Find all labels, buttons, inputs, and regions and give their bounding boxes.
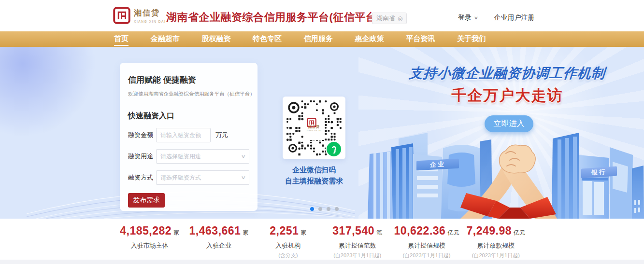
- stat-value: 7,249.98: [467, 224, 512, 237]
- stat-value-row: 7,249.98 亿元: [461, 224, 530, 237]
- nav-item-label: 特色专区: [253, 32, 282, 45]
- stat-value: 317,540: [332, 224, 374, 237]
- wecom-icon: [326, 141, 342, 157]
- stat-unit: 家: [243, 229, 248, 237]
- stat-value: 10,622.36: [394, 224, 446, 237]
- logo-text: 湘信贷 XIANG XIN DAI: [134, 7, 166, 23]
- stat-label: 入驻机构: [254, 241, 323, 250]
- stat-label: 入驻市场主体: [115, 241, 184, 250]
- nav-items: 首页 金融超市 股权融资 特色专区 信用服务 惠企政策 平台资讯 关于我们: [114, 31, 486, 47]
- quick-financing-card: 信用赋能 便捷融资 欢迎使用湖南省企业融资综合信用服务平台（征信平台） 快速融资…: [120, 63, 258, 211]
- form-row-amount: 融资金额 万元: [128, 128, 249, 142]
- qr-center-logo: 湘信贷 XIANG XIN DAI: [304, 115, 324, 140]
- login-label: 登录: [458, 14, 472, 22]
- amount-label: 融资金额: [128, 131, 156, 139]
- carousel-dot[interactable]: [335, 207, 339, 211]
- amount-unit: 万元: [215, 131, 228, 139]
- stat-label: 入驻企业: [184, 241, 253, 250]
- login-button[interactable]: 登录 ∨: [458, 14, 478, 22]
- stat-value: 4,185,282: [120, 224, 172, 237]
- nav-item-platform-news[interactable]: 平台资讯: [406, 31, 435, 47]
- stat-value-row: 317,540 笔: [323, 224, 392, 237]
- chevron-down-icon: ∨: [241, 171, 246, 184]
- qr-code: 湘信贷 XIANG XIN DAI: [283, 97, 345, 159]
- nav-item-label: 首页: [114, 32, 129, 46]
- nav-item-financial-market[interactable]: 金融超市: [151, 31, 180, 47]
- quick-entry-title: 快速融资入口: [128, 111, 249, 121]
- carousel-dot[interactable]: [327, 207, 330, 211]
- banner-title: 支持小微企业融资协调工作机制: [372, 64, 644, 83]
- nav-item-label: 关于我们: [457, 32, 486, 45]
- stat-note: (自2023年1月1日起): [323, 252, 392, 259]
- logo-seal-icon: [113, 7, 130, 24]
- location-icon: ◎: [398, 15, 402, 21]
- stat-value-row: 2,251 家: [254, 224, 323, 237]
- handshake-illustration: [452, 135, 565, 219]
- form-row-purpose: 融资用途 请选择融资用途 ∨: [128, 149, 249, 164]
- qr-caption-line1: 企业微信扫码: [273, 164, 355, 175]
- footer-strip: [0, 260, 644, 264]
- stat-credit-count: 317,540 笔 累计授信笔数 (自2023年1月1日起): [323, 224, 392, 259]
- region-label: 湖南省: [376, 14, 395, 23]
- nav-item-label: 信用服务: [304, 32, 333, 45]
- nav-item-label: 金融超市: [151, 32, 180, 45]
- stat-credit-scale: 10,622.36 亿元 累计授信规模 (自2023年1月1日起): [392, 224, 461, 259]
- nav-item-about-us[interactable]: 关于我们: [457, 31, 486, 47]
- stat-label: 累计授信规模: [392, 241, 461, 250]
- nav-item-equity-financing[interactable]: 股权融资: [201, 31, 230, 47]
- carousel-dot[interactable]: [318, 207, 322, 211]
- divider: [128, 104, 249, 104]
- nav-item-enterprise-policy[interactable]: 惠企政策: [355, 31, 384, 47]
- stat-loan-scale: 7,249.98 亿元 累计放款规模 (自2023年1月1日起): [461, 224, 530, 259]
- logo-seal-icon: [307, 118, 316, 127]
- method-select[interactable]: 请选择融资方式 ∨: [156, 170, 249, 185]
- nav-item-label: 平台资讯: [406, 32, 435, 45]
- qr-caption: 企业微信扫码 自主填报融资需求: [273, 164, 355, 186]
- stat-note: (自2023年1月1日起): [392, 252, 461, 259]
- chevron-down-icon: ∨: [474, 15, 478, 20]
- nav-item-label: 股权融资: [201, 32, 230, 45]
- stat-note: (含分支): [254, 252, 323, 259]
- stats-row: 4,185,282 家 入驻市场主体 1,463,661 家 入驻企业 2,25…: [115, 224, 530, 259]
- nav-item-special-zone[interactable]: 特色专区: [253, 31, 282, 47]
- publish-demand-button[interactable]: 发布需求: [128, 193, 165, 208]
- page: 湘信贷 XIANG XIN DAI 湖南省企业融资综合信用服务平台(征信平台) …: [0, 0, 644, 264]
- stat-note: (自2023年1月1日起): [461, 252, 530, 259]
- stat-value-row: 4,185,282 家: [115, 224, 184, 237]
- stat-unit: 亿元: [447, 229, 459, 237]
- header: 湘信贷 XIANG XIN DAI 湖南省企业融资综合信用服务平台(征信平台) …: [0, 0, 644, 31]
- purpose-placeholder: 请选择融资用途: [160, 153, 201, 160]
- stat-label: 累计授信笔数: [323, 241, 392, 250]
- logo-name: 湘信贷: [134, 8, 166, 18]
- stat-unit: 笔: [376, 229, 382, 237]
- stat-label: 累计放款规模: [461, 241, 530, 250]
- nav-item-credit-service[interactable]: 信用服务: [304, 31, 333, 47]
- stat-enterprises: 1,463,661 家 入驻企业: [184, 224, 253, 259]
- header-links: 登录 ∨ 企业用户注册: [458, 14, 535, 22]
- form-row-method: 融资方式 请选择融资方式 ∨: [128, 170, 249, 185]
- qr-logo-name-en: XIANG XIN DAI: [306, 130, 321, 132]
- banner-subtitle: 千企万户大走访: [372, 85, 643, 106]
- nav-item-home[interactable]: 首页: [114, 31, 129, 47]
- chevron-down-icon: ∨: [241, 150, 246, 163]
- amount-input[interactable]: [156, 128, 211, 142]
- stat-value-row: 10,622.36 亿元: [392, 224, 461, 237]
- register-link[interactable]: 企业用户注册: [494, 14, 535, 22]
- method-placeholder: 请选择融资方式: [160, 174, 201, 181]
- carousel-dots: [310, 207, 339, 211]
- stat-value: 2,251: [270, 224, 299, 237]
- enter-now-button[interactable]: 立即进入: [485, 115, 533, 132]
- page-title: 湖南省企业融资综合信用服务平台(征信平台): [166, 10, 380, 25]
- purpose-select[interactable]: 请选择融资用途 ∨: [156, 149, 249, 164]
- purpose-label: 融资用途: [128, 152, 156, 161]
- main-nav: 首页 金融超市 股权融资 特色专区 信用服务 惠企政策 平台资讯 关于我们: [0, 31, 644, 47]
- region-selector[interactable]: 湖南省 ◎: [372, 13, 407, 24]
- qr-caption-line2: 自主填报融资需求: [273, 175, 355, 186]
- hero-banner: 企业 银行 信用赋能 便捷融资 欢迎使用湖南省企业融资综合信用服务平台（征信平台…: [0, 47, 644, 219]
- stat-unit: 家: [301, 229, 306, 237]
- logo[interactable]: 湘信贷 XIANG XIN DAI: [113, 7, 166, 24]
- carousel-dot[interactable]: [310, 207, 314, 211]
- decor-blob: [0, 47, 104, 139]
- nav-item-label: 惠企政策: [355, 32, 384, 45]
- stat-unit: 家: [173, 229, 179, 237]
